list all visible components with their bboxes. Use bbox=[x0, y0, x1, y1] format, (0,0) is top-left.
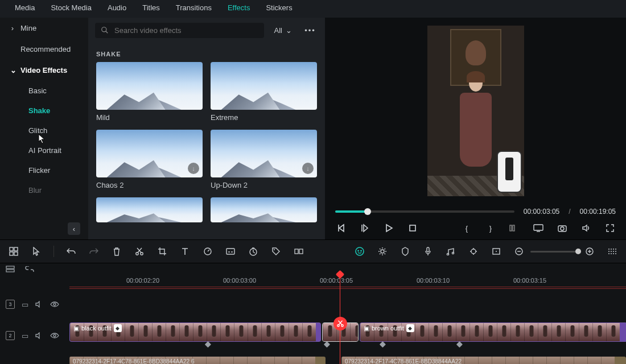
ruler-mode-button[interactable] bbox=[6, 265, 15, 273]
mic-button[interactable] bbox=[422, 246, 434, 257]
search-box[interactable] bbox=[95, 23, 264, 38]
zoom-slider[interactable] bbox=[530, 251, 578, 253]
tab-media[interactable]: Media bbox=[15, 3, 35, 12]
timeline-ruler[interactable]: 00:00:02:20 00:00:03:00 00:00:03:05 00:0… bbox=[0, 275, 626, 291]
trim-dropdown[interactable] bbox=[509, 222, 520, 234]
keyframe[interactable] bbox=[380, 341, 386, 348]
sidebar-sub-shake[interactable]: Shake bbox=[0, 101, 88, 121]
keyframe-button[interactable] bbox=[293, 246, 304, 257]
track-badge[interactable]: 3 bbox=[6, 300, 15, 309]
track-visibility-button[interactable] bbox=[50, 333, 59, 338]
track-mute-button[interactable] bbox=[35, 332, 43, 339]
clip-keyframe-icon[interactable]: ◆ bbox=[114, 324, 122, 332]
audio-button[interactable] bbox=[445, 246, 456, 257]
filter-dropdown[interactable]: All ⌄ bbox=[270, 24, 296, 37]
effect-chaos-2[interactable]: ↓ Chaos 2 bbox=[96, 130, 203, 189]
search-input[interactable] bbox=[114, 26, 258, 35]
clip-brown-outfit[interactable]: ▣brown outfit◆ bbox=[360, 322, 626, 342]
scrub-bar[interactable] bbox=[335, 210, 514, 213]
frame-button[interactable] bbox=[491, 246, 502, 257]
track-folder-icon[interactable]: ▭ bbox=[22, 332, 28, 340]
clip-black-outfit[interactable]: ▣black outfit◆ bbox=[69, 322, 321, 342]
sidebar-collapse-button[interactable]: ‹ bbox=[68, 222, 80, 235]
marker-button[interactable] bbox=[400, 246, 411, 257]
more-button[interactable]: ••• bbox=[302, 22, 318, 38]
zoom-in-button[interactable] bbox=[584, 246, 595, 257]
clip-lower-a[interactable]: 079232314-2F17-4C78-861E-8BD38844AA22 6 bbox=[69, 357, 326, 364]
track-mute-button[interactable] bbox=[35, 301, 43, 308]
delete-button[interactable] bbox=[111, 246, 122, 257]
sidebar-item-recommended[interactable]: Recommended bbox=[0, 39, 88, 60]
cut-indicator[interactable] bbox=[333, 317, 347, 330]
step-button[interactable] bbox=[359, 222, 370, 234]
keyframe[interactable] bbox=[456, 341, 463, 348]
tag-button[interactable] bbox=[270, 246, 282, 257]
caption-button[interactable] bbox=[225, 246, 236, 257]
tab-effects[interactable]: Effects bbox=[228, 3, 250, 12]
display-button[interactable] bbox=[533, 222, 544, 234]
clip-keyframe-icon[interactable]: ◆ bbox=[406, 324, 414, 332]
tab-stock-media[interactable]: Stock Media bbox=[51, 3, 92, 12]
sidebar-label-mine: Mine bbox=[20, 24, 36, 32]
track-badge[interactable]: 2 bbox=[6, 331, 15, 340]
clock-button[interactable] bbox=[248, 246, 259, 257]
link-button[interactable] bbox=[25, 266, 34, 272]
keyframe[interactable] bbox=[324, 341, 330, 348]
clip-lower-b[interactable]: 079232314-2F17-4C78-861E-8BD38844AA22 bbox=[341, 357, 626, 364]
color-button[interactable] bbox=[468, 246, 479, 257]
track-body-1[interactable]: 079232314-2F17-4C78-861E-8BD38844AA22 6 … bbox=[69, 353, 626, 364]
layout-icon[interactable] bbox=[8, 246, 19, 257]
zoom-out-button[interactable] bbox=[513, 246, 525, 257]
sidebar-sub-flicker[interactable]: Flicker bbox=[0, 160, 88, 180]
effect-mild[interactable]: Mild bbox=[96, 62, 203, 122]
top-tab-bar: Media Stock Media Audio Titles Transitio… bbox=[0, 0, 626, 18]
effect-card[interactable] bbox=[96, 197, 203, 222]
sidebar-sub-ai-portrait[interactable]: AI Portrait bbox=[0, 140, 88, 160]
speed-button[interactable] bbox=[202, 246, 213, 257]
sidebar-item-mine[interactable]: › Mine bbox=[0, 18, 88, 39]
mark-in-button[interactable]: { bbox=[461, 222, 472, 234]
smart-tool-button[interactable] bbox=[354, 246, 365, 257]
sidebar-sub-basic[interactable]: Basic bbox=[0, 81, 88, 101]
sidebar-sub-glitch[interactable]: Glitch bbox=[0, 121, 88, 140]
svg-point-13 bbox=[136, 253, 138, 255]
crop-button[interactable] bbox=[156, 246, 168, 257]
stop-button[interactable] bbox=[407, 222, 418, 234]
effect-extreme[interactable]: Extreme bbox=[211, 62, 317, 122]
tab-titles[interactable]: Titles bbox=[142, 3, 160, 12]
effect-up-down-2[interactable]: ↓ Up-Down 2 bbox=[211, 130, 317, 189]
sidebar-sub-blur[interactable]: Blur bbox=[0, 180, 88, 200]
svg-point-43 bbox=[53, 303, 56, 305]
keyframe[interactable] bbox=[205, 341, 211, 348]
zoom-knob[interactable] bbox=[575, 249, 581, 254]
prev-frame-button[interactable] bbox=[335, 222, 347, 234]
preview-video[interactable] bbox=[325, 18, 626, 204]
tab-transitions[interactable]: Transitions bbox=[176, 3, 212, 12]
tab-audio[interactable]: Audio bbox=[108, 3, 126, 12]
sidebar-item-video-effects[interactable]: ⌄ Video Effects bbox=[0, 60, 88, 81]
scrub-knob[interactable] bbox=[364, 208, 371, 215]
track-folder-icon[interactable]: ▭ bbox=[22, 300, 28, 309]
download-icon[interactable]: ↓ bbox=[302, 163, 314, 174]
fullscreen-button[interactable] bbox=[604, 222, 616, 234]
volume-button[interactable] bbox=[580, 222, 592, 234]
effect-card[interactable] bbox=[211, 197, 317, 222]
track-visibility-button[interactable] bbox=[50, 301, 59, 307]
play-button[interactable] bbox=[383, 222, 394, 234]
tab-stickers[interactable]: Stickers bbox=[266, 3, 292, 12]
track-body-3[interactable] bbox=[69, 291, 626, 318]
download-icon[interactable]: ↓ bbox=[188, 163, 199, 174]
filter-label: All bbox=[274, 26, 282, 35]
pointer-icon[interactable] bbox=[31, 246, 42, 257]
redo-button[interactable] bbox=[88, 246, 100, 257]
mark-out-button[interactable]: } bbox=[485, 222, 496, 234]
search-icon bbox=[101, 26, 109, 34]
effects-tool-button[interactable] bbox=[377, 246, 388, 257]
preview-frame bbox=[427, 26, 524, 196]
split-button[interactable] bbox=[134, 246, 145, 257]
track-options-button[interactable] bbox=[607, 246, 618, 257]
snapshot-button[interactable] bbox=[557, 222, 568, 234]
text-button[interactable] bbox=[179, 246, 191, 257]
track-body-2[interactable]: ▣black outfit◆ ▣brown outfit◆ bbox=[69, 318, 626, 353]
undo-button[interactable] bbox=[65, 246, 77, 257]
